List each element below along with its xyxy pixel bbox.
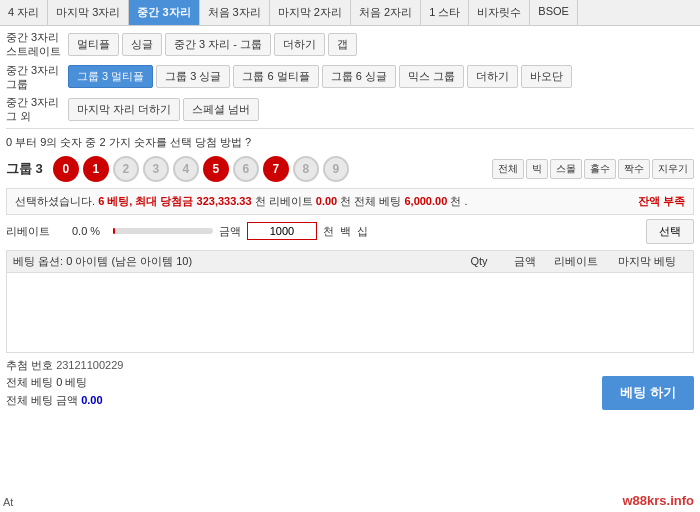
watermark: w88krs.info (622, 493, 694, 508)
tab-bsoe[interactable]: BSOE (530, 0, 578, 25)
total-bet-label: 전체 베팅 (6, 376, 53, 388)
btn-group3-multi[interactable]: 그룹 3 멀티플 (68, 65, 153, 88)
ball-4[interactable]: 4 (173, 156, 199, 182)
filter-even[interactable]: 짝수 (618, 159, 650, 179)
number-balls: 0 1 2 3 4 5 6 7 8 9 (53, 156, 486, 182)
footer-left: 추첨 번호 23121100229 전체 베팅 0 베팅 전체 베팅 금액 0.… (6, 357, 602, 410)
rebate-pct: 0.0 % (72, 225, 107, 237)
btn-add[interactable]: 더하기 (274, 33, 325, 56)
main-content: 중간 3자리스트레이트 멀티플 싱글 중간 3 자리 - 그룹 더하기 갭 중간… (0, 26, 700, 414)
bet-button[interactable]: 베팅 하기 (602, 376, 694, 410)
btn-special-num[interactable]: 스페셜 넘버 (183, 98, 259, 121)
max-win: 323,333.33 (197, 195, 252, 207)
ball-6[interactable]: 6 (233, 156, 259, 182)
amount-input[interactable] (247, 222, 317, 240)
tab-4digit[interactable]: 4 자리 (0, 0, 48, 25)
btn-last-add[interactable]: 마지막 자리 더하기 (68, 98, 180, 121)
rebate-slider[interactable] (113, 228, 213, 234)
betting-options-text: 베팅 옵션: 0 아이템 (남은 아이템 10) (13, 254, 192, 269)
unit-sip: 십 (357, 224, 368, 239)
tab-nondigit[interactable]: 비자릿수 (469, 0, 530, 25)
btn-single[interactable]: 싱글 (122, 33, 162, 56)
extra-buttons: 마지막 자리 더하기 스페셜 넘버 (68, 98, 694, 121)
filter-clear[interactable]: 지우기 (652, 159, 694, 179)
btn-gap[interactable]: 갭 (328, 33, 357, 56)
btn-group3-single[interactable]: 그룹 3 싱글 (156, 65, 230, 88)
group-label: 중간 3자리그룹 (6, 63, 64, 92)
group-section: 중간 3자리그룹 그룹 3 멀티플 그룹 3 싱글 그룹 6 멀티플 그룹 6 … (6, 63, 694, 92)
tab-last2[interactable]: 마지막 2자리 (270, 0, 351, 25)
ball-2[interactable]: 2 (113, 156, 139, 182)
rebate-label: 천 리베이트 (255, 195, 316, 207)
ball-9[interactable]: 9 (323, 156, 349, 182)
group-buttons: 그룹 3 멀티플 그룹 3 싱글 그룹 6 멀티플 그룹 6 싱글 믹스 그룹 … (68, 65, 694, 88)
info-text: 선택하셨습니다. 6 베팅, 최대 당첨금 323,333.33 천 리베이트 … (15, 194, 638, 209)
btn-group6-single[interactable]: 그룹 6 싱글 (322, 65, 396, 88)
total-value: 6,000.00 (404, 195, 447, 207)
tab-last3[interactable]: 마지막 3자리 (48, 0, 129, 25)
bets-count: 6 베팅, 최대 당첨금 (98, 195, 193, 207)
select-button[interactable]: 선택 (646, 219, 694, 244)
btn-group6-multi[interactable]: 그룹 6 멀티플 (233, 65, 318, 88)
filter-buttons: 전체 빅 스몰 홀수 짝수 지우기 (492, 159, 694, 179)
ball-5[interactable]: 5 (203, 156, 229, 182)
tab-first2[interactable]: 처음 2자리 (351, 0, 421, 25)
straight-label: 중간 3자리스트레이트 (6, 30, 64, 59)
col-qty: Qty (459, 255, 499, 267)
extra-section: 중간 3자리그 외 마지막 자리 더하기 스페셜 넘버 (6, 95, 694, 124)
btn-group-add[interactable]: 더하기 (467, 65, 518, 88)
ball-7[interactable]: 7 (263, 156, 289, 182)
info-row: 선택하셨습니다. 6 베팅, 최대 당첨금 323,333.33 천 리베이트 … (6, 188, 694, 215)
group3-label: 그룹 3 (6, 160, 43, 178)
total-amount-value: 0.00 (81, 394, 102, 406)
ball-8[interactable]: 8 (293, 156, 319, 182)
betting-body (6, 273, 694, 353)
unit-label: 천 . (450, 195, 467, 207)
col-rebate: 리베이트 (551, 254, 601, 269)
extra-label: 중간 3자리그 외 (6, 95, 64, 124)
col-amount: 금액 (505, 254, 545, 269)
straight-section: 중간 3자리스트레이트 멀티플 싱글 중간 3 자리 - 그룹 더하기 갭 (6, 30, 694, 59)
slider-fill (113, 228, 115, 234)
question-text: 0 부터 9의 숫자 중 2 가지 숫자를 선택 당첨 방법 ? (6, 133, 694, 152)
footer-right: 베팅 하기 (602, 376, 694, 410)
total-amount-row: 전체 베팅 금액 0.00 (6, 392, 602, 410)
total-amount-label: 전체 베팅 금액 (6, 394, 78, 406)
rebate-row: 리베이트 0.0 % 금액 천 백 십 선택 (6, 219, 694, 244)
unit-cheon: 천 (323, 224, 334, 239)
top-tab-bar: 4 자리 마지막 3자리 중간 3자리 처음 3자리 마지막 2자리 처음 2자… (0, 0, 700, 26)
straight-buttons: 멀티플 싱글 중간 3 자리 - 그룹 더하기 갭 (68, 33, 694, 56)
ref-num-label: 추첨 번호 (6, 359, 53, 371)
btn-mix-group[interactable]: 믹스 그룹 (399, 65, 464, 88)
tab-first3[interactable]: 처음 3자리 (200, 0, 270, 25)
btn-group[interactable]: 중간 3 자리 - 그룹 (165, 33, 271, 56)
total-bet-row: 전체 베팅 0 베팅 (6, 374, 602, 392)
tab-1star[interactable]: 1 스타 (421, 0, 469, 25)
selected-text: 선택하셨습니다. (15, 195, 95, 207)
filter-all[interactable]: 전체 (492, 159, 524, 179)
rebate-value: 0.00 (316, 195, 337, 207)
ball-1[interactable]: 1 (83, 156, 109, 182)
btn-multiple[interactable]: 멀티플 (68, 33, 119, 56)
filter-small[interactable]: 스몰 (550, 159, 582, 179)
total-label: 천 전체 베팅 (340, 195, 404, 207)
tab-mid3[interactable]: 중간 3자리 (129, 0, 199, 25)
filter-big[interactable]: 빅 (526, 159, 548, 179)
divider1 (6, 128, 694, 129)
insufficient-label: 잔액 부족 (638, 194, 685, 209)
number-picker-row: 그룹 3 0 1 2 3 4 5 6 7 8 9 전체 빅 스몰 홀수 짝수 지… (6, 156, 694, 182)
betting-options-header: 베팅 옵션: 0 아이템 (남은 아이템 10) Qty 금액 리베이트 마지막… (6, 250, 694, 273)
ball-3[interactable]: 3 (143, 156, 169, 182)
at-label: At (3, 496, 13, 508)
btn-baodan[interactable]: 바오단 (521, 65, 572, 88)
amount-label: 금액 (219, 224, 241, 239)
bottom-footer: 추첨 번호 23121100229 전체 베팅 0 베팅 전체 베팅 금액 0.… (6, 357, 694, 410)
total-bet-value: 0 베팅 (56, 376, 87, 388)
ref-num-row: 추첨 번호 23121100229 (6, 357, 602, 375)
col-lastbet: 마지막 베팅 (607, 254, 687, 269)
rebate-text-label: 리베이트 (6, 224, 66, 239)
ball-0[interactable]: 0 (53, 156, 79, 182)
filter-odd[interactable]: 홀수 (584, 159, 616, 179)
unit-baek: 백 (340, 224, 351, 239)
ref-num-value: 23121100229 (56, 359, 123, 371)
